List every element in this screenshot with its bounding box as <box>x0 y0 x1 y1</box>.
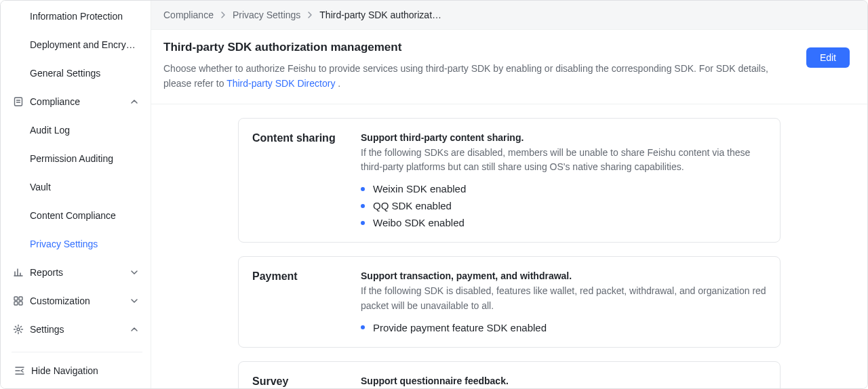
sidebar-item-label: Content Compliance <box>30 210 140 221</box>
status-dot-icon <box>361 221 365 225</box>
section-title: Survey <box>252 375 361 388</box>
status-dot-icon <box>361 204 365 208</box>
sidebar-item-settings[interactable]: Settings <box>1 315 151 344</box>
sidebar-item-customization[interactable]: Customization <box>1 287 151 315</box>
section-hint: If the following SDK is disabled, featur… <box>361 284 766 313</box>
sdk-item: QQ SDK enabled <box>361 200 766 211</box>
chevron-up-icon <box>129 96 140 107</box>
sidebar-item-information-protection[interactable]: Information Protection <box>1 2 151 30</box>
sidebar-item-label: Compliance <box>30 96 129 107</box>
sidebar: Information ProtectionDeployment and Enc… <box>1 1 151 388</box>
sdk-item-label: QQ SDK enabled <box>373 200 452 211</box>
svg-rect-1 <box>14 297 18 300</box>
section-payment: PaymentSupport transaction, payment, and… <box>238 256 781 347</box>
compliance-icon <box>13 96 24 107</box>
chevron-right-icon <box>219 11 227 19</box>
breadcrumb-current: Third-party SDK authorizat… <box>319 9 441 20</box>
chevron-right-icon <box>306 11 314 19</box>
sdk-item-label: Weibo SDK enabled <box>373 217 465 228</box>
section-content-sharing: Content sharingSupport third-party conte… <box>238 118 781 243</box>
sidebar-item-label: Privacy Settings <box>30 239 140 249</box>
sdk-item: Weibo SDK enabled <box>361 217 766 228</box>
hide-navigation-button[interactable]: Hide Navigation <box>12 352 142 388</box>
sidebar-item-label: Deployment and Encrypt… <box>30 39 140 50</box>
breadcrumb-privacy-settings[interactable]: Privacy Settings <box>233 9 300 20</box>
sidebar-item-general-settings[interactable]: General Settings <box>1 59 151 87</box>
section-head: Support third-party content sharing. <box>361 132 766 143</box>
breadcrumb-compliance[interactable]: Compliance <box>163 9 214 20</box>
svg-rect-3 <box>14 302 18 305</box>
sidebar-item-permission-auditing[interactable]: Permission Auditing <box>1 144 151 173</box>
sidebar-item-label: Information Protection <box>30 11 140 22</box>
status-dot-icon <box>361 187 365 191</box>
sidebar-item-label: Vault <box>30 182 140 192</box>
sidebar-item-content-compliance[interactable]: Content Compliance <box>1 201 151 230</box>
sdk-item-label: Weixin SDK enabled <box>373 183 466 194</box>
page-description: Choose whether to authorize Feishu to pr… <box>163 61 787 91</box>
sidebar-item-privacy-settings[interactable]: Privacy Settings <box>1 230 151 258</box>
sidebar-item-label: Settings <box>30 324 129 335</box>
sidebar-item-reports[interactable]: Reports <box>1 258 151 287</box>
svg-rect-4 <box>19 302 22 305</box>
reports-icon <box>13 267 24 278</box>
chevron-down-icon <box>129 295 140 306</box>
sidebar-item-vault[interactable]: Vault <box>1 173 151 201</box>
main-content: Compliance Privacy Settings Third-party … <box>151 1 867 388</box>
section-title: Content sharing <box>252 132 361 228</box>
sidebar-item-label: Reports <box>30 267 129 278</box>
section-head: Support transaction, payment, and withdr… <box>361 270 766 281</box>
sidebar-item-label: Permission Auditing <box>30 153 140 164</box>
customization-icon <box>13 295 24 306</box>
chevron-up-icon <box>129 324 140 335</box>
chevron-down-icon <box>129 267 140 278</box>
section-hint: If the following SDKs are disabled, memb… <box>361 146 766 175</box>
section-title: Payment <box>252 270 361 333</box>
section-head: Support questionnaire feedback. <box>361 375 766 386</box>
status-dot-icon <box>361 325 365 329</box>
sidebar-item-compliance[interactable]: Compliance <box>1 87 151 116</box>
hide-navigation-label: Hide Navigation <box>31 365 98 376</box>
edit-button[interactable]: Edit <box>806 47 850 68</box>
sdk-item: Weixin SDK enabled <box>361 183 766 194</box>
section-survey: SurveySupport questionnaire feedback.If … <box>238 361 781 388</box>
sidebar-item-label: Customization <box>30 295 129 306</box>
breadcrumb: Compliance Privacy Settings Third-party … <box>151 1 867 29</box>
sdk-directory-link[interactable]: Third-party SDK Directory <box>226 78 335 89</box>
sidebar-item-label: General Settings <box>30 68 140 79</box>
page-header: Third-party SDK authorization management… <box>151 30 867 104</box>
collapse-icon <box>14 365 25 376</box>
sdk-item: Provide payment feature SDK enabled <box>361 322 766 333</box>
svg-rect-2 <box>19 297 22 300</box>
sdk-item-label: Provide payment feature SDK enabled <box>373 322 547 333</box>
settings-icon <box>13 324 24 335</box>
svg-point-5 <box>17 328 20 331</box>
sidebar-item-audit-log[interactable]: Audit Log <box>1 116 151 144</box>
page-title: Third-party SDK authorization management <box>163 41 855 54</box>
svg-rect-0 <box>15 98 22 106</box>
sidebar-item-deployment-and-encrypt[interactable]: Deployment and Encrypt… <box>1 30 151 59</box>
sidebar-item-label: Audit Log <box>30 125 140 136</box>
